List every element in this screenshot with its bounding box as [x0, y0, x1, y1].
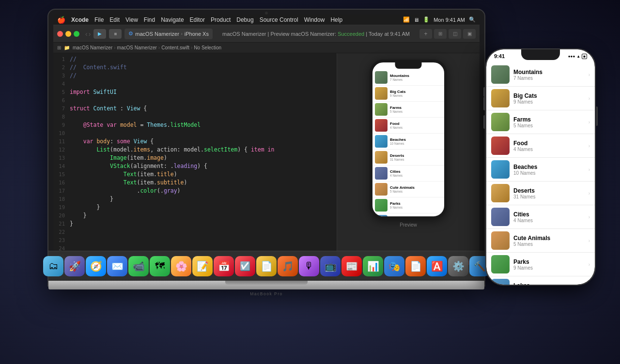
- dock-finder[interactable]: 🗂: [43, 256, 63, 276]
- breadcrumb-project[interactable]: macOS Namerizer: [73, 45, 112, 50]
- dock-podcasts[interactable]: 🎙: [299, 256, 319, 276]
- power-button[interactable]: [596, 106, 598, 126]
- list-item[interactable]: Deserts 31 Names ›: [486, 182, 595, 205]
- apple-menu[interactable]: 🍎: [57, 16, 65, 24]
- breadcrumb-group[interactable]: macOS Namerizer: [117, 45, 157, 50]
- dock-numbers[interactable]: 📊: [363, 256, 383, 276]
- iphone-notch: [521, 49, 560, 60]
- menu-find[interactable]: Find: [144, 16, 155, 23]
- layout-button[interactable]: ⊞: [434, 29, 447, 39]
- dock-keynote[interactable]: 🎭: [384, 256, 404, 276]
- chevron-icon: ›: [589, 96, 590, 101]
- dock-calendar[interactable]: 📅: [214, 256, 234, 276]
- assistant-button[interactable]: ◫: [449, 29, 461, 39]
- menu-help[interactable]: Help: [330, 16, 342, 23]
- list-item[interactable]: Parks 9 Names ›: [486, 253, 595, 276]
- build-status: macOS Namerizer | Preview macOS Namerize…: [216, 31, 417, 37]
- list-item[interactable]: Food 4 Names ›: [486, 134, 595, 158]
- macbook: 🍎 Xcode File Edit View Find Navigate Edi…: [48, 10, 484, 295]
- list-item[interactable]: Beaches10 Names: [372, 134, 444, 150]
- menu-view[interactable]: View: [125, 16, 138, 23]
- nav-arrows: ‹ ›: [85, 30, 91, 38]
- macbook-hinge: [225, 281, 308, 285]
- stop-button[interactable]: ■: [109, 29, 122, 39]
- dock: 🗂 🚀 🧭 ✉️ 📹 🗺 🌸 📝 📅 ☑️: [48, 251, 484, 281]
- dock-appstore[interactable]: 🅰️: [427, 256, 447, 276]
- code-editor[interactable]: 1 // 2 // Content.swift 3 // 4: [53, 53, 337, 280]
- list-item[interactable]: Parks9 Names: [372, 197, 444, 213]
- toolbar-right: + ⊞ ◫ ▣: [419, 29, 476, 39]
- inspectors-button[interactable]: ▣: [463, 29, 476, 39]
- list-item[interactable]: Beaches 10 Names ›: [486, 158, 595, 182]
- list-item[interactable]: Cities 4 Names ›: [486, 205, 595, 229]
- main-content: 1 // 2 // Content.swift 3 // 4: [53, 53, 480, 280]
- menu-product[interactable]: Product: [211, 16, 231, 23]
- menu-window[interactable]: Window: [304, 16, 325, 23]
- menu-editor[interactable]: Editor: [190, 16, 205, 23]
- menu-xcode[interactable]: Xcode: [71, 16, 89, 23]
- item-subtitle: 7 Names: [513, 76, 585, 81]
- maximize-button[interactable]: [74, 31, 79, 37]
- dock-notes[interactable]: 📝: [192, 256, 213, 276]
- list-item[interactable]: Lakes 5 Names ›: [486, 276, 595, 285]
- dock-music[interactable]: 🎵: [278, 256, 298, 276]
- item-title: Big Cats: [513, 92, 585, 99]
- list-item[interactable]: Big Cats9 Names: [372, 86, 444, 102]
- dock-maps[interactable]: 🗺: [150, 256, 170, 276]
- menu-file[interactable]: File: [94, 16, 104, 23]
- run-button[interactable]: ▶: [93, 29, 106, 39]
- iphone-list[interactable]: Mountains 7 Names › Big Cats 9 Names ›: [486, 63, 595, 285]
- list-item[interactable]: Deserts31 Names: [372, 150, 444, 166]
- list-item[interactable]: Cities4 Names: [372, 166, 444, 182]
- dock-tv[interactable]: 📺: [320, 256, 341, 276]
- menu-navigate[interactable]: Navigate: [161, 16, 184, 23]
- dock-facetime[interactable]: 📹: [128, 256, 149, 276]
- preview-panel: Mountains7 Names Big Cats9 Names Farms5 …: [337, 53, 480, 280]
- volume-up[interactable]: [483, 97, 485, 110]
- menu-debug[interactable]: Debug: [236, 16, 253, 23]
- dock-launchpad[interactable]: 🚀: [64, 256, 85, 276]
- dock-mail[interactable]: ✉️: [107, 256, 127, 276]
- chevron-icon: ›: [589, 191, 590, 196]
- dock-reminders[interactable]: ☑️: [235, 256, 255, 276]
- list-item[interactable]: Cute Animals5 Names: [372, 182, 444, 197]
- list-item[interactable]: Food4 Names: [372, 118, 444, 134]
- list-item[interactable]: Lakes5 Names: [372, 213, 444, 216]
- code-line: 22: [53, 228, 337, 236]
- thumb-parks: [375, 199, 388, 212]
- item-title: Cute Animals: [513, 235, 585, 242]
- breadcrumb-file[interactable]: Content.swift: [161, 45, 189, 50]
- item-text: Cities 4 Names: [513, 211, 585, 223]
- dock-system-preferences[interactable]: ⚙️: [448, 256, 468, 276]
- list-item[interactable]: Cute Animals 5 Names ›: [486, 229, 595, 253]
- item-subtitle: 31 Names: [513, 194, 585, 199]
- forward-button[interactable]: ›: [89, 30, 91, 38]
- dock-safari[interactable]: 🧭: [86, 256, 106, 276]
- close-button[interactable]: [57, 31, 63, 37]
- scheme-selector[interactable]: ⚙ macOS Namerizer › iPhone Xs: [124, 29, 213, 39]
- list-item[interactable]: Mountains7 Names: [372, 70, 444, 86]
- breadcrumb-sep1: ›: [114, 45, 115, 50]
- dock-pages[interactable]: 📄: [405, 256, 426, 276]
- list-item[interactable]: Mountains 7 Names ›: [486, 63, 595, 87]
- iphone-body: 9:41 ●●● ▲ ■ Mountains 7 Names: [485, 48, 596, 286]
- list-item[interactable]: Big Cats 9 Names ›: [486, 87, 595, 110]
- menu-edit[interactable]: Edit: [109, 16, 120, 23]
- code-line: 18 }: [53, 195, 337, 203]
- minimize-button[interactable]: [65, 31, 71, 37]
- list-item[interactable]: Farms5 Names: [372, 102, 444, 118]
- dock-photos[interactable]: 🌸: [171, 256, 191, 276]
- back-button[interactable]: ‹: [85, 30, 88, 38]
- item-subtitle: 5 Names: [513, 123, 585, 128]
- add-button[interactable]: +: [419, 29, 432, 39]
- menu-source-control[interactable]: Source Control: [260, 16, 298, 23]
- item-title: Parks: [513, 258, 585, 265]
- volume-down[interactable]: [483, 115, 485, 129]
- dock-news[interactable]: 📰: [341, 256, 362, 276]
- code-line: 1 //: [53, 55, 337, 63]
- code-line: 3 //: [53, 72, 337, 80]
- list-item[interactable]: Farms 5 Names ›: [486, 110, 595, 134]
- preview-list: Mountains7 Names Big Cats9 Names Farms5 …: [372, 70, 444, 216]
- mute-switch[interactable]: [483, 87, 485, 97]
- dock-stickies[interactable]: 📄: [256, 256, 277, 276]
